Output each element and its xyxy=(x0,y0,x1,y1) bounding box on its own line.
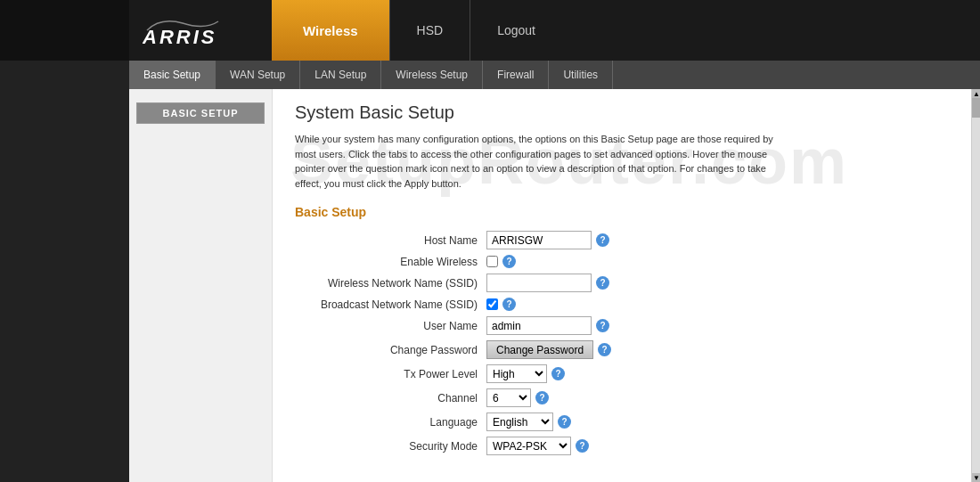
help-ssid[interactable]: ? xyxy=(596,276,609,290)
label-change-password: Change Password xyxy=(295,344,486,356)
svg-text:ARRIS: ARRIS xyxy=(143,26,216,48)
checkbox-broadcast-ssid[interactable] xyxy=(486,298,498,310)
select-tx-power[interactable]: High Medium Low xyxy=(486,364,547,383)
page-title: System Basic Setup xyxy=(295,102,949,123)
subtab-lan-setup[interactable]: LAN Setup xyxy=(300,61,381,89)
help-tx-power[interactable]: ? xyxy=(551,367,565,380)
label-language: Language xyxy=(295,416,486,429)
change-password-button[interactable]: Change Password xyxy=(486,340,593,359)
input-host-name[interactable] xyxy=(486,231,592,249)
page-description: While your system has many configuration… xyxy=(295,132,794,191)
input-user-name[interactable] xyxy=(486,316,592,335)
subtab-basic-setup[interactable]: Basic Setup xyxy=(129,61,216,89)
label-host-name: Host Name xyxy=(295,234,486,247)
nav-tab-wireless[interactable]: Wireless xyxy=(272,0,389,61)
subtab-firewall[interactable]: Firewall xyxy=(483,61,549,89)
help-user-name[interactable]: ? xyxy=(596,319,609,332)
select-channel[interactable]: 12345 67891011 xyxy=(486,388,531,407)
subtab-wireless-setup[interactable]: Wireless Setup xyxy=(381,61,483,89)
select-security-mode[interactable]: WPA2-PSK WPA WEP None xyxy=(486,437,571,455)
label-user-name: User Name xyxy=(295,320,486,332)
help-change-password[interactable]: ? xyxy=(598,343,611,356)
subtab-utilities[interactable]: Utilities xyxy=(549,61,613,89)
help-channel[interactable]: ? xyxy=(535,391,549,404)
help-broadcast-ssid[interactable]: ? xyxy=(502,298,516,311)
sidebar-item-basic-setup[interactable]: BASIC SETUP xyxy=(136,102,265,124)
help-host-name[interactable]: ? xyxy=(596,233,609,247)
scroll-up-arrow[interactable]: ▲ xyxy=(972,89,980,98)
label-security-mode: Security Mode xyxy=(295,440,486,453)
scroll-down-arrow[interactable]: ▼ xyxy=(972,473,980,482)
arris-logo: ARRIS xyxy=(143,12,223,48)
nav-tab-hsd[interactable]: HSD xyxy=(389,0,470,61)
label-broadcast-ssid: Broadcast Network Name (SSID) xyxy=(295,298,486,311)
help-language[interactable]: ? xyxy=(558,415,571,429)
checkbox-enable-wireless[interactable] xyxy=(486,256,498,267)
input-ssid[interactable] xyxy=(486,274,592,292)
label-enable-wireless: Enable Wireless xyxy=(295,256,486,268)
subtab-wan-setup[interactable]: WAN Setup xyxy=(216,61,300,89)
help-enable-wireless[interactable]: ? xyxy=(502,255,516,268)
section-title: Basic Setup xyxy=(295,205,949,219)
help-security-mode[interactable]: ? xyxy=(576,439,589,453)
nav-tab-logout[interactable]: Logout xyxy=(470,0,562,61)
label-tx-power: Tx Power Level xyxy=(295,368,486,380)
select-language[interactable]: English Spanish French xyxy=(486,413,553,431)
label-channel: Channel xyxy=(295,392,486,404)
label-ssid: Wireless Network Name (SSID) xyxy=(295,277,486,290)
